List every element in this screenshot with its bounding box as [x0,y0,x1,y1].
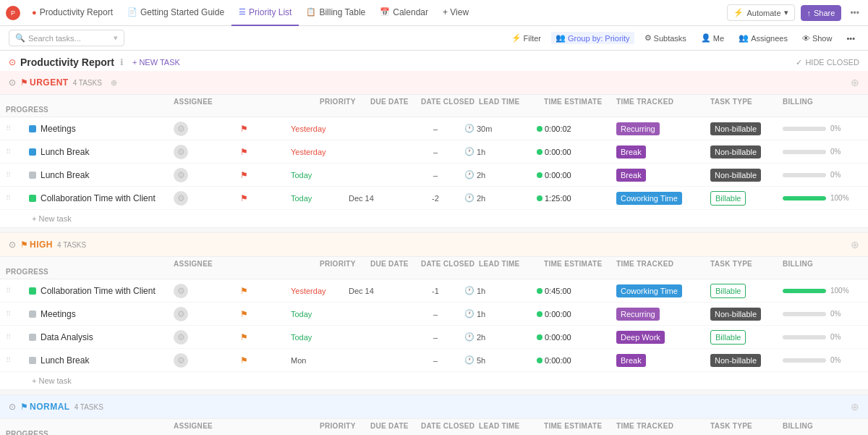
row-handle[interactable]: ⠿ [6,356,29,364]
tab-getting-started[interactable]: 📄 Getting Started Guide [120,0,231,26]
tab-productivity[interactable]: ● Productivity Report [25,0,120,26]
tab-label: Billing Table [319,7,365,17]
date-closed-cell: Dec 14 [349,287,407,295]
assignee-cell[interactable]: ⚙ [174,330,240,345]
assignee-cell[interactable]: ⚙ [174,191,240,206]
section-high-header: ⊙ ⚑ HIGH 4 TASKS ⊕ [0,233,868,256]
task-name[interactable]: Lunch Break [41,147,89,157]
section-toggle-icon[interactable]: ⊙ [9,77,16,88]
lead-time-cell: – [407,333,464,342]
search-box[interactable]: 🔍 Search tasks... ▾ [9,30,124,46]
due-date-cell[interactable]: Yesterday [291,124,349,134]
due-date-cell[interactable]: Yesterday [291,147,349,157]
project-title: Productivity Report [20,56,114,68]
assignee-cell[interactable]: ⚙ [174,284,240,298]
th-billing: BILLING [783,260,862,268]
time-estimate-cell: 🕐 2h [464,193,537,203]
due-date-cell[interactable]: Today [291,332,349,342]
automate-button[interactable]: ⚡ Automate ▾ [727,4,794,21]
section-normal-add-icon[interactable]: ⊕ [851,401,859,413]
more-button[interactable]: ••• [847,8,862,18]
th-time-estimate: TIME ESTIMATE [544,260,616,268]
subtasks-button[interactable]: ⚙ Subtasks [640,32,691,44]
time-estimate-cell: 🕐 30m [464,124,537,133]
due-date-value: Today [291,194,312,203]
priority-cell[interactable]: ⚑ [240,124,291,134]
progress-cell: 0% [783,333,862,341]
th-billing: BILLING [783,98,862,106]
priority-cell[interactable]: ⚑ [240,147,291,157]
hide-closed-button[interactable]: ✓ HIDE CLOSED [796,58,859,67]
row-handle[interactable]: ⠿ [6,124,29,132]
priority-cell[interactable]: ⚑ [240,286,291,296]
due-date-cell[interactable]: Mon [291,355,349,366]
tab-priority-list[interactable]: ☰ Priority List [231,0,299,26]
billing-cell: Non-billable [710,124,783,134]
filter-button[interactable]: ⚡ Filter [507,32,545,44]
tab-billing-table[interactable]: 📋 Billing Table [299,0,373,26]
tab-add-view[interactable]: + View [435,0,476,26]
priority-cell[interactable]: ⚑ [240,193,291,203]
group-by-button[interactable]: 👥 Group by: Priority [551,32,634,44]
more-options-button[interactable]: ••• [842,33,859,44]
row-handle[interactable]: ⠿ [6,333,29,341]
due-date-cell[interactable]: Today [291,309,349,319]
th-time-estimate: TIME ESTIMATE [544,98,616,106]
share-button[interactable]: ↑ Share [801,5,842,21]
task-type-cell: Break [616,147,710,157]
assignee-cell[interactable]: ⚙ [174,168,240,182]
th-assignee: ASSIGNEE [174,260,320,268]
section-urgent-add-icon[interactable]: ⊕ [851,77,859,88]
tab-doc-icon: 📄 [127,7,137,17]
show-button[interactable]: 👁 Show [798,33,837,44]
clock-icon: 🕐 [464,193,475,203]
project-info-icon[interactable]: ℹ [120,57,124,67]
assignees-button[interactable]: 👥 Assignees [734,32,792,44]
task-name[interactable]: Meetings [41,124,76,134]
due-date-cell[interactable]: Yesterday [291,286,349,296]
progress-cell: 100% [783,287,862,295]
task-name[interactable]: Meetings [41,309,76,319]
priority-cell[interactable]: ⚑ [240,170,291,180]
progress-cell: 0% [783,171,862,179]
cog-icon: ⚙ [177,170,185,180]
task-name[interactable]: Lunch Break [41,355,89,366]
section-toggle-icon[interactable]: ⊙ [9,240,16,250]
row-handle[interactable]: ⠿ [6,310,29,318]
checkmark-icon: ✓ [796,58,802,67]
billing-badge: Billable [710,191,746,206]
assignee-cell[interactable]: ⚙ [174,145,240,159]
tracked-dot [537,195,542,201]
project-toggle-icon[interactable]: ⊙ [9,57,16,67]
me-button[interactable]: 👤 Me [697,32,728,44]
time-tracked-cell: 0:00:00 [537,356,616,365]
section-toggle-icon[interactable]: ⊙ [9,402,16,412]
due-date-cell[interactable]: Today [291,193,349,203]
section-high-name: HIGH [30,240,53,250]
tab-label: Priority List [249,7,292,17]
new-task-button[interactable]: + NEW TASK [128,56,184,68]
row-handle[interactable]: ⠿ [6,287,29,295]
row-handle[interactable]: ⠿ [6,171,29,179]
task-name[interactable]: Collaboration Time with Client [41,193,156,203]
row-handle[interactable]: ⠿ [6,148,29,156]
priority-cell[interactable]: ⚑ [240,309,291,319]
tab-cal-icon: 📅 [380,7,390,17]
assignee-cell[interactable]: ⚙ [174,122,240,136]
row-name: Collaboration Time with Client [29,193,174,203]
priority-cell[interactable]: ⚑ [240,355,291,366]
new-task-row-urgent[interactable]: + New task [0,210,868,227]
section-high-add-icon[interactable]: ⊕ [851,239,859,250]
assignee-cell[interactable]: ⚙ [174,307,240,321]
task-type-cell: Break [616,170,710,180]
task-name[interactable]: Lunch Break [41,170,89,180]
task-name[interactable]: Collaboration Time with Client [41,286,156,296]
new-task-row-high[interactable]: + New task [0,372,868,389]
due-date-cell[interactable]: Today [291,170,349,180]
tab-calendar[interactable]: 📅 Calendar [373,0,435,26]
priority-cell[interactable]: ⚑ [240,332,291,342]
row-handle[interactable]: ⠿ [6,194,29,202]
task-name[interactable]: Data Analysis [41,332,93,342]
row-name: Collaboration Time with Client [29,286,174,296]
assignee-cell[interactable]: ⚙ [174,353,240,368]
